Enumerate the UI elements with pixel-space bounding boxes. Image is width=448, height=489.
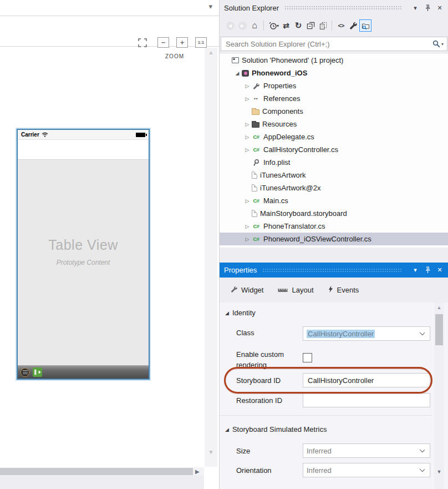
tree-item[interactable]: MainStoryboard.storyboard bbox=[220, 207, 448, 220]
properties-header: Properties ▾ ✕ bbox=[220, 263, 448, 278]
solution-explorer-toolbar: ◀ ▶ ⌂ ▾ ⇄ ↻ <> bbox=[220, 17, 448, 34]
tree-item-label: iTunesArtwork@2x bbox=[260, 184, 321, 192]
pin-icon[interactable] bbox=[422, 265, 432, 275]
toolbar-overflow-caret-icon[interactable]: ▾ bbox=[208, 3, 212, 10]
view-controller-canvas[interactable]: Carrier Table View Prototype Content bbox=[17, 129, 150, 380]
tree-item[interactable]: ▷C#AppDelegate.cs bbox=[220, 130, 448, 143]
tree-item[interactable]: ▷C#CallHistoryController.cs bbox=[220, 143, 448, 156]
tree-item[interactable]: ▷Properties bbox=[220, 79, 448, 92]
tree-item[interactable]: Solution 'Phoneword' (1 project) bbox=[220, 54, 448, 67]
close-icon[interactable]: ✕ bbox=[435, 265, 445, 275]
expander-collapsed-icon[interactable]: ▷ bbox=[243, 147, 252, 153]
view-code-icon[interactable]: <> bbox=[335, 19, 347, 32]
horizontal-scroll-thumb[interactable] bbox=[0, 468, 193, 475]
properties-title: Properties bbox=[224, 266, 257, 274]
tree-item[interactable]: ▷C#Phoneword_iOSViewController.cs bbox=[220, 233, 448, 245]
show-all-files-icon[interactable] bbox=[317, 19, 329, 32]
tree-item[interactable]: ▷▪▪References bbox=[220, 92, 448, 105]
window-position-caret-icon[interactable]: ▾ bbox=[410, 265, 420, 275]
refresh-icon[interactable]: ↻ bbox=[292, 19, 304, 32]
tree-item-label: Phoneword_iOS bbox=[252, 69, 307, 77]
tree-item-label: Solution 'Phoneword' (1 project) bbox=[242, 56, 343, 64]
tab-label: Widget bbox=[241, 286, 263, 294]
scroll-down-icon[interactable]: ▼ bbox=[434, 469, 444, 475]
expander-collapsed-icon[interactable]: ▷ bbox=[243, 198, 252, 204]
folder-yellow-icon bbox=[252, 109, 259, 115]
search-icon[interactable] bbox=[432, 40, 440, 48]
tab-widget[interactable]: Widget bbox=[231, 286, 263, 294]
tab-events[interactable]: Events bbox=[328, 285, 359, 295]
actual-size-button[interactable]: 1:1 bbox=[195, 37, 207, 48]
sync-icon[interactable]: ⇄ bbox=[280, 19, 292, 32]
solution-icon bbox=[232, 57, 239, 63]
tree-item[interactable]: iTunesArtwork@2x bbox=[220, 182, 448, 194]
zoom-out-button[interactable]: − bbox=[157, 37, 169, 48]
scroll-up-icon[interactable]: ▲ bbox=[434, 305, 444, 310]
view-controller-icon[interactable] bbox=[21, 368, 29, 377]
expander-collapsed-icon[interactable]: ▷ bbox=[243, 122, 252, 127]
collapse-all-icon[interactable] bbox=[304, 19, 317, 32]
exit-segue-icon[interactable] bbox=[33, 367, 42, 377]
filter-dropdown-icon[interactable]: ▾ bbox=[277, 23, 279, 28]
project-icon bbox=[242, 70, 249, 77]
back-icon[interactable]: ◀ bbox=[224, 19, 236, 32]
carrier-label: Carrier bbox=[21, 132, 39, 138]
expander-collapsed-icon[interactable]: ▷ bbox=[243, 96, 252, 102]
sync-with-active-document-icon[interactable] bbox=[359, 19, 371, 32]
tree-item[interactable]: Components bbox=[220, 105, 448, 118]
chevron-down-icon bbox=[420, 447, 425, 452]
scroll-up-icon[interactable]: ▲ bbox=[205, 49, 217, 56]
tree-item[interactable]: ◢Phoneword_iOS bbox=[220, 67, 448, 79]
storyboard-id-label: Storyboard ID bbox=[236, 376, 281, 385]
toolbar-separator bbox=[263, 21, 264, 31]
tree-item-label: AppDelegate.cs bbox=[263, 133, 314, 141]
csharp-icon: C# bbox=[252, 133, 261, 142]
minus-icon: − bbox=[161, 38, 166, 47]
section-divider bbox=[220, 415, 432, 416]
tree-item[interactable]: ▷C#PhoneTranslator.cs bbox=[220, 220, 448, 233]
restoration-id-input[interactable] bbox=[303, 393, 430, 407]
storyboard-id-input[interactable] bbox=[303, 373, 430, 387]
properties-body: ◢ Identity Class CallHistoryController E… bbox=[220, 303, 448, 489]
home-icon[interactable]: ⌂ bbox=[248, 19, 261, 32]
tab-layout[interactable]: Layout bbox=[278, 286, 313, 294]
designer-vertical-scrollbar: ▲ ▼ bbox=[205, 48, 217, 467]
properties-wrench-icon[interactable] bbox=[347, 19, 359, 32]
csharp-icon: C# bbox=[252, 145, 261, 154]
title-grip-texture bbox=[284, 6, 403, 10]
class-combobox[interactable]: CallHistoryController bbox=[303, 326, 430, 341]
tree-item-label: Info.plist bbox=[263, 158, 290, 167]
expander-expanded-icon[interactable]: ◢ bbox=[233, 70, 242, 76]
one-to-one-icon: 1:1 bbox=[198, 40, 205, 45]
pin-icon[interactable] bbox=[422, 3, 432, 13]
scroll-down-icon[interactable]: ▼ bbox=[205, 449, 217, 455]
search-input[interactable] bbox=[221, 40, 432, 48]
tree-item[interactable]: iTunesArtwork bbox=[220, 169, 448, 182]
expander-collapsed-icon[interactable]: ▷ bbox=[243, 83, 252, 89]
tree-item[interactable]: ▷C#Main.cs bbox=[220, 194, 448, 207]
enable-custom-rendering-checkbox[interactable] bbox=[303, 353, 312, 362]
tree-item[interactable]: Info.plist bbox=[220, 156, 448, 169]
search-options-caret-icon[interactable]: ▾ bbox=[441, 42, 444, 47]
close-icon[interactable]: ✕ bbox=[435, 3, 445, 13]
tree-item-label: Main.cs bbox=[263, 196, 288, 205]
section-expander-icon[interactable]: ◢ bbox=[225, 427, 229, 432]
expander-collapsed-icon[interactable]: ▷ bbox=[243, 236, 252, 242]
orientation-combobox[interactable]: Inferred bbox=[303, 463, 430, 477]
expander-collapsed-icon[interactable]: ▷ bbox=[243, 224, 252, 229]
section-expander-icon[interactable]: ◢ bbox=[225, 310, 229, 316]
size-value: Inferred bbox=[307, 447, 332, 455]
zoom-fit-button[interactable] bbox=[138, 38, 147, 48]
zoom-in-button[interactable]: + bbox=[176, 37, 188, 48]
size-combobox[interactable]: Inferred bbox=[303, 443, 430, 458]
scroll-right-icon[interactable]: ▶ bbox=[195, 468, 200, 475]
table-view[interactable]: Table View Prototype Content bbox=[18, 159, 149, 365]
section-header-identity[interactable]: ◢ Identity bbox=[225, 309, 256, 317]
forward-icon[interactable]: ▶ bbox=[236, 19, 248, 32]
window-position-caret-icon[interactable]: ▾ bbox=[410, 3, 420, 13]
vertical-scroll-thumb[interactable] bbox=[435, 314, 443, 345]
folder-dark-icon bbox=[252, 122, 259, 128]
expander-collapsed-icon[interactable]: ▷ bbox=[243, 134, 252, 140]
section-header-storyboard-metrics[interactable]: ◢ Storyboard Simulated Metrics bbox=[225, 425, 327, 433]
tree-item[interactable]: ▷Resources bbox=[220, 118, 448, 130]
